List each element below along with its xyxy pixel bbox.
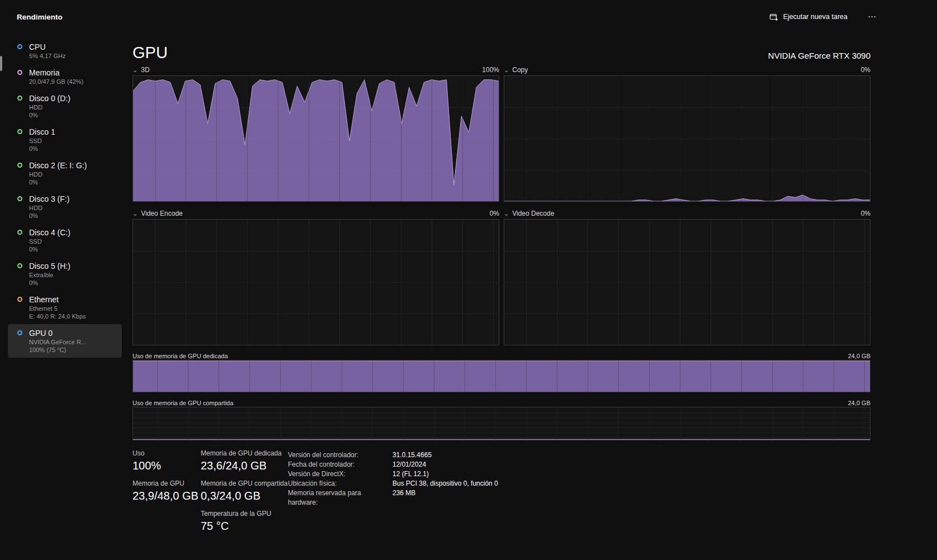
stat-value-gpu-memory: 23,9/48,0 GB [132,490,201,502]
gpu-video-decode-chart [504,219,870,345]
sidebar-item-disk-0[interactable]: Disco 0 (D:) HDD 0% [8,89,122,123]
sidebar-item-title: Disco 1 [29,127,55,137]
memory-status-dot [17,70,22,75]
sidebar-item-detail: 5% 4,17 GHz [29,52,65,60]
sidebar-item-detail: 0% [29,145,55,153]
run-new-task-label: Ejecutar nueva tarea [783,13,848,21]
gpu-copy-chart [504,75,870,202]
ethernet-status-dot [17,297,22,302]
gpu-3d-chart [132,75,499,202]
chart-3d-value: 100% [482,66,499,74]
topbar-actions: Ejecutar nueva tarea ⋯ [765,9,879,25]
gpu-shared-memory-chart [132,407,870,440]
sidebar-item-detail: NVIDIA GeForce R... [29,338,86,346]
sidebar-item-title: GPU 0 [29,328,86,338]
detail-value-physical-location: Bus PCI 38, dispositivo 0, función 0 [392,479,498,488]
chart-video-decode-value: 0% [861,210,870,217]
sidebar-item-disk-4[interactable]: Disco 4 (C:) SSD 0% [8,224,122,257]
gpu-panel-title: GPU [132,42,168,63]
sidebar-item-detail: 20,0/47,9 GB (42%) [29,78,83,86]
sidebar-item-title: Disco 4 (C:) [29,227,70,238]
run-new-task-icon [769,12,778,21]
dedicated-memory-label: Uso de memoria de GPU dedicada [132,353,228,359]
sidebar-item-gpu-0[interactable]: GPU 0 NVIDIA GeForce R... 100% (75 °C) [8,324,122,358]
disk-status-dot [17,230,22,235]
chart-copy-label: Copy [512,66,528,74]
top-bar: Rendimiento Ejecutar nueva tarea ⋯ [0,0,937,34]
sidebar-item-disk-3[interactable]: Disco 3 (F:) HDD 0% [8,190,122,224]
detail-value-driver-date: 12/01/2024 [392,460,426,469]
disk-status-dot [17,163,22,168]
sidebar-item-disk-2[interactable]: Disco 2 (E: I: G:) HDD 0% [8,156,122,190]
run-new-task-button[interactable]: Ejecutar nueva tarea [765,9,852,25]
chart-video-decode-label: Video Decode [512,210,554,217]
chevron-down-icon[interactable]: ⌄ [132,210,138,217]
detail-row: Versión de DirectX: 12 (FL 12.1) [288,469,498,479]
chevron-down-icon[interactable]: ⌄ [504,67,509,74]
disk-status-dot [17,129,22,134]
sidebar-item-title: Disco 2 (E: I: G:) [29,160,87,170]
detail-row: Ubicación física: Bus PCI 38, dispositiv… [288,479,498,488]
chevron-down-icon[interactable]: ⌄ [132,67,138,74]
dedicated-memory-max: 24,0 GB [848,353,870,359]
stat-value-dedicated-memory: 23,6/24,0 GB [201,459,288,472]
sidebar-item-detail: HDD [29,103,70,111]
stat-label-shared-memory: Memoria de GPU compartida [201,480,288,487]
shared-memory-max: 24,0 GB [848,400,870,406]
gpu-dedicated-memory-chart [132,360,870,392]
sidebar-item-title: Disco 5 (H:) [29,261,70,271]
sidebar-item-disk-1[interactable]: Disco 1 SSD 0% [8,123,122,156]
gpu-status-dot [17,330,22,335]
gpu-details: Versión del controlador: 31.0.15.4665 Fe… [288,449,498,540]
sidebar-item-detail: 0% [29,178,87,186]
detail-label-reserved-memory: Memoria reservada para hardware: [288,488,392,507]
shared-memory-label: Uso de memoria de GPU compartida [132,400,233,406]
sidebar-item-detail: SSD [29,137,55,145]
detail-value-driver-version: 31.0.15.4665 [392,450,432,460]
disk-status-dot [17,263,22,268]
sidebar-item-memory[interactable]: Memoria 20,0/47,9 GB (42%) [8,64,122,89]
sidebar-item-detail: SSD [29,238,70,245]
chart-video-encode-value: 0% [490,210,499,217]
page-title: Rendimiento [17,13,63,21]
sidebar-item-detail: 0% [29,279,70,287]
sidebar-item-cpu[interactable]: CPU 5% 4,17 GHz [8,38,122,64]
detail-label-driver-version: Versión del controlador: [288,450,392,460]
more-options-icon[interactable]: ⋯ [865,10,879,24]
stat-label-gpu-memory: Memoria de GPU [132,480,201,487]
sidebar-item-detail: 0% [29,212,69,220]
disk-status-dot [17,96,22,101]
stat-value-temperature: 75 °C [201,520,288,533]
sidebar-item-disk-5[interactable]: Disco 5 (H:) Extraíble 0% [8,257,122,291]
stat-label-usage: Uso [132,449,201,457]
sidebar-item-detail: 100% (75 °C) [29,346,86,354]
sidebar-item-detail: Ethernet 5 [29,305,86,312]
sidebar-item-detail: 0% [29,111,70,119]
detail-value-reserved-memory: 236 MB [392,488,415,507]
stat-label-temperature: Temperatura de la GPU [201,510,288,518]
detail-row: Versión del controlador: 31.0.15.4665 [288,450,498,460]
gpu-video-encode-chart [132,219,499,345]
chart-3d-label: 3D [141,66,149,74]
sidebar-item-title: Disco 0 (D:) [29,93,70,103]
disk-status-dot [17,196,22,201]
sidebar-item-detail: 0% [29,245,70,253]
chart-video-encode-label: Video Encode [141,210,183,217]
chevron-down-icon[interactable]: ⌄ [504,210,509,217]
sidebar-item-detail: HDD [29,204,69,212]
sidebar-item-ethernet[interactable]: Ethernet Ethernet 5 E: 40,0 R: 24,0 Kbps [8,291,122,324]
sidebar-item-title: Disco 3 (F:) [29,194,69,204]
detail-label-physical-location: Ubicación física: [288,479,392,488]
gpu-stats: Uso 100% Memoria de GPU 23,9/48,0 GB Mem… [132,449,870,540]
sidebar-item-title: Memoria [29,68,83,78]
detail-row: Memoria reservada para hardware: 236 MB [288,488,498,507]
detail-row: Fecha del controlador: 12/01/2024 [288,460,498,469]
detail-value-directx-version: 12 (FL 12.1) [392,469,429,479]
performance-sidebar: CPU 5% 4,17 GHz Memoria 20,0/47,9 GB (42… [0,35,127,560]
cpu-status-dot [17,44,22,49]
stat-value-shared-memory: 0,3/24,0 GB [201,490,288,502]
chart-copy-value: 0% [861,66,870,74]
sidebar-item-title: CPU [29,42,65,52]
stat-value-usage: 100% [132,459,201,472]
gpu-panel: GPU NVIDIA GeForce RTX 3090 ⌄ 3D 100% ⌄ … [132,34,870,540]
